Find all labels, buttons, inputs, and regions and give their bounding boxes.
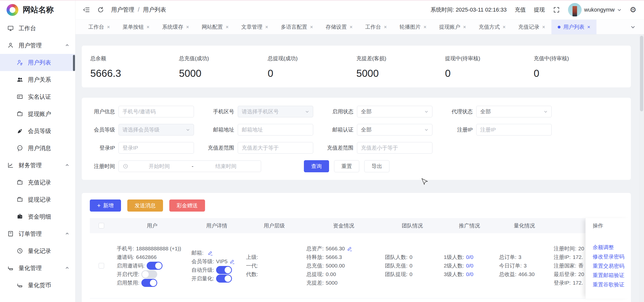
edit-level-icon[interactable] <box>229 259 235 264</box>
tab-0[interactable]: 工作台× <box>82 20 116 34</box>
op-balance-adjust[interactable]: 余额调整 <box>593 243 631 252</box>
refresh-icon[interactable] <box>97 6 104 13</box>
tabs-dropdown-button[interactable] <box>630 20 635 34</box>
tab-close-icon[interactable]: × <box>146 24 149 30</box>
tab-5[interactable]: 多语言配置× <box>274 20 319 34</box>
collapse-sidebar-icon[interactable] <box>83 6 90 13</box>
lv2-count-link[interactable]: 0/0 <box>466 261 473 270</box>
row-checkbox[interactable] <box>99 263 104 269</box>
sidebar-item-finance-management[interactable]: 财务管理 <box>0 157 75 174</box>
tab-close-icon[interactable]: × <box>310 24 313 30</box>
user-menu[interactable]: wukongymw <box>568 3 622 17</box>
sidebar-scrollbar-thumb[interactable] <box>73 55 75 71</box>
tab-close-icon[interactable]: × <box>265 24 268 30</box>
tab-close-icon[interactable]: × <box>463 24 466 30</box>
sidebar-item-user-management[interactable]: 用户管理 <box>0 37 75 54</box>
tab-11[interactable]: 充值记录× <box>512 20 551 34</box>
sidebar-item-recharge-records[interactable]: 充值记录 <box>0 174 75 191</box>
sidebar-item-user-messages[interactable]: 用户消息 <box>0 140 75 157</box>
recharge-diff-min-input[interactable] <box>238 142 313 154</box>
tab-close-icon[interactable]: × <box>503 24 506 30</box>
tab-close-icon[interactable]: × <box>423 24 426 30</box>
tab-1[interactable]: 菜单按钮× <box>116 20 156 34</box>
bonus-button[interactable]: 彩金赠送 <box>169 199 205 212</box>
sidebar-item-quant-currency[interactable]: 量化货币 <box>0 277 75 294</box>
search-button[interactable]: 查询 <box>304 160 329 172</box>
sidebar-item-member-levels[interactable]: 会员等级 <box>0 122 75 140</box>
select-all-checkbox[interactable] <box>99 223 104 228</box>
withdraw-link[interactable]: 提现 <box>534 6 545 14</box>
settings-gear-icon[interactable]: ⚙ <box>630 6 636 14</box>
sidebar-item-user-relations[interactable]: 用户关系 <box>0 71 75 88</box>
fullscreen-icon[interactable] <box>553 6 560 13</box>
tab-10[interactable]: 充值方式× <box>472 20 512 34</box>
phone-area-select[interactable]: 请选择手机区号 <box>238 106 313 117</box>
export-button[interactable]: 导出 <box>364 160 389 172</box>
lv1-count-link[interactable]: 0/0 <box>466 253 473 261</box>
register-ip-input[interactable] <box>476 124 552 136</box>
tab-6[interactable]: 存储设置× <box>319 20 359 34</box>
member-level-select[interactable]: 请选择会员等级 <box>118 124 194 136</box>
sidebar-item-quant-records[interactable]: 量化记录 <box>0 242 75 259</box>
lv3-count-link[interactable]: 0/0 <box>466 270 473 279</box>
enable-invite-toggle[interactable] <box>147 262 163 270</box>
tab-close-icon[interactable]: × <box>384 24 387 30</box>
sidebar-item-workbench[interactable]: 工作台 <box>0 20 75 37</box>
header: 用户管理 / 用户列表 系统时间: 2025-03-11 02:16:33 充值… <box>75 0 644 19</box>
sidebar-item-quant-management[interactable]: 量化管理 <box>0 259 75 277</box>
email-verify-select[interactable]: 全部 <box>357 124 432 136</box>
page-scrollbar[interactable] <box>639 35 644 302</box>
wallet-filled-icon <box>17 213 23 220</box>
enable-agent-toggle[interactable] <box>141 270 157 278</box>
tab-2[interactable]: 系统缓存× <box>156 20 195 34</box>
tab-8[interactable]: 轮播图片× <box>393 20 433 34</box>
tab-close-icon[interactable]: × <box>542 24 545 30</box>
tab-close-icon[interactable]: × <box>350 24 353 30</box>
chevron-up-icon <box>65 232 69 236</box>
register-time-range-picker[interactable]: 开始时间 - 结束时间 <box>118 160 261 172</box>
main-content: 总余额5666.3 总充值(成功)5000 总提现(成功)0 充提差(客损)50… <box>75 35 644 302</box>
sidebar-item-fund-details[interactable]: 资金明细 <box>0 208 75 225</box>
send-message-button[interactable]: 发送消息 <box>127 199 163 212</box>
enable-disable-toggle[interactable] <box>141 279 157 287</box>
tab-close-icon[interactable]: × <box>226 24 229 30</box>
agent-status-select[interactable]: 全部 <box>476 106 552 117</box>
tab-user-list-active[interactable]: 用户列表× <box>551 20 596 34</box>
tab-9[interactable]: 提现账户× <box>433 20 472 34</box>
edit-email-icon[interactable] <box>208 250 213 256</box>
page-scrollbar-thumb[interactable] <box>640 36 643 111</box>
avatar[interactable] <box>568 3 582 17</box>
enable-status-select[interactable]: 全部 <box>357 106 432 117</box>
login-ip-input[interactable] <box>118 142 194 154</box>
id-card-icon <box>17 93 23 100</box>
recharge-link[interactable]: 充值 <box>515 6 526 14</box>
breadcrumb-parent[interactable]: 用户管理 <box>111 6 134 14</box>
tab-7[interactable]: 工作台× <box>359 20 393 34</box>
email-input[interactable] <box>238 124 313 136</box>
chevron-down-icon <box>617 8 622 12</box>
recharge-diff-max-input[interactable] <box>357 142 432 154</box>
sidebar-item-realname-auth[interactable]: 实名认证 <box>0 88 75 105</box>
user-info-input[interactable] <box>118 106 194 117</box>
sidebar-item-order-management[interactable]: 订单管理 <box>0 225 75 242</box>
tab-close-icon[interactable]: × <box>107 24 110 30</box>
op-change-login-password[interactable]: 修改登录密码 <box>593 252 631 261</box>
op-reset-email-verify[interactable]: 重置邮箱验证 <box>593 271 631 280</box>
op-reset-trade-password[interactable]: 重置交易密码 <box>593 261 631 271</box>
reset-button[interactable]: 重置 <box>334 160 359 172</box>
sidebar-item-user-list[interactable]: 用户列表 <box>0 54 75 71</box>
sidebar-item-withdraw-records[interactable]: 提现记录 <box>0 191 75 208</box>
stat-total-withdraw: 总提现(成功)0 <box>268 55 356 87</box>
site-logo-icon <box>7 4 18 16</box>
edit-assets-icon[interactable] <box>347 246 352 251</box>
sidebar-item-withdraw-accounts[interactable]: 提现账户 <box>0 105 75 122</box>
tab-4[interactable]: 文章管理× <box>235 20 274 34</box>
tab-close-icon[interactable]: × <box>186 24 189 30</box>
op-reset-google-verify[interactable]: 重置谷歌验证 <box>593 280 631 289</box>
enable-quant-toggle[interactable] <box>216 275 232 283</box>
tab-close-icon[interactable]: × <box>587 24 590 30</box>
auto-upgrade-toggle[interactable] <box>216 266 232 274</box>
add-button[interactable]: +新增 <box>90 199 121 212</box>
tab-3[interactable]: 网站配置× <box>195 20 235 34</box>
chevron-down-icon <box>186 128 190 132</box>
